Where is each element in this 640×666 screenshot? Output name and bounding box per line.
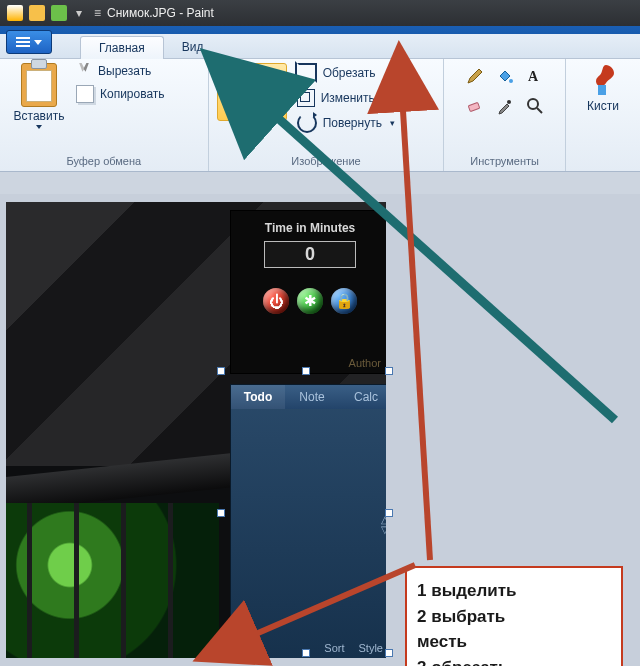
gadget-value: 0 xyxy=(264,241,356,268)
text-tool[interactable]: A xyxy=(522,63,548,89)
crop-icon xyxy=(297,63,317,83)
select-label: Выдели xyxy=(230,102,274,116)
cut-label: Вырезать xyxy=(98,64,151,78)
copy-button[interactable]: Копировать xyxy=(76,85,165,103)
svg-text:A: A xyxy=(528,69,539,84)
select-rect-icon xyxy=(235,68,269,98)
group-clipboard-label: Буфер обмена xyxy=(8,153,200,169)
qat-more-icon[interactable]: ▾ xyxy=(76,6,82,20)
notes-widget: Todo Note Calc △▽ Sort Style xyxy=(230,384,386,658)
qat-icon-1[interactable] xyxy=(29,5,45,21)
svg-point-4 xyxy=(528,99,538,109)
ribbon-tabs: Главная Вид xyxy=(0,34,640,59)
select-button[interactable]: Выдели xyxy=(217,63,287,121)
rotate-icon xyxy=(297,113,317,133)
qat-icon-2[interactable] xyxy=(51,5,67,21)
resize-icon xyxy=(297,89,315,107)
ribbon: Вставить Вырезать Копировать Буфер обмен… xyxy=(0,59,640,172)
brushes-label: Кисти xyxy=(587,99,619,113)
canvas-area[interactable]: Time in Minutes 0 ⏻ ✱ 🔒 Author Todo Note… xyxy=(0,194,640,666)
paste-label: Вставить xyxy=(14,109,65,123)
scissors-icon xyxy=(76,63,92,79)
group-clipboard: Вставить Вырезать Копировать Буфер обмен… xyxy=(0,59,209,171)
annotation-line-4: 3 обрезать xyxy=(417,655,611,667)
cut-button[interactable]: Вырезать xyxy=(76,63,165,79)
group-image-label: Изображение xyxy=(217,153,436,169)
app-icon xyxy=(7,5,23,21)
annotation-box: 1 выделить 2 выбрать месть 3 обрезать xyxy=(405,566,623,666)
fill-tool[interactable] xyxy=(492,63,518,89)
window-titlebar: ▾ ≡ Снимок.JPG - Paint xyxy=(0,0,640,26)
window-title: Снимок.JPG - Paint xyxy=(107,6,214,20)
lock-icon[interactable]: 🔒 xyxy=(331,288,357,314)
star-icon[interactable]: ✱ xyxy=(297,288,323,314)
pencil-tool[interactable] xyxy=(462,63,488,89)
crop-button[interactable]: Обрезать xyxy=(297,63,409,83)
rotate-label: Повернуть xyxy=(323,116,382,130)
widget-style[interactable]: Style xyxy=(359,642,383,654)
tab-view[interactable]: Вид xyxy=(164,36,222,58)
widget-tab-todo[interactable]: Todo xyxy=(231,385,285,409)
brush-icon xyxy=(588,63,618,99)
svg-line-5 xyxy=(537,108,542,113)
eraser-tool[interactable] xyxy=(462,93,488,119)
svg-point-0 xyxy=(509,79,513,83)
copy-icon xyxy=(76,85,94,103)
brushes-button[interactable]: Кисти xyxy=(579,63,627,113)
annotation-line-1: 1 выделить xyxy=(417,578,611,604)
tab-home[interactable]: Главная xyxy=(80,36,164,59)
gadget-title: Time in Minutes xyxy=(231,221,386,235)
group-brushes: Кисти xyxy=(566,59,640,171)
crop-label: Обрезать xyxy=(323,66,376,80)
copy-label: Копировать xyxy=(100,87,165,101)
svg-rect-2 xyxy=(468,102,479,111)
widget-tab-calc[interactable]: Calc xyxy=(339,385,386,409)
group-tools: A Инструменты xyxy=(444,59,566,171)
picker-tool[interactable] xyxy=(492,93,518,119)
widget-sort[interactable]: Sort xyxy=(324,642,344,654)
group-image: Выдели Обрезать Изменить …ер Повернуть ▾ xyxy=(209,59,445,171)
canvas-image[interactable]: Time in Minutes 0 ⏻ ✱ 🔒 Author Todo Note… xyxy=(6,202,386,658)
paste-button[interactable]: Вставить xyxy=(8,63,70,129)
file-menu-button[interactable] xyxy=(6,30,52,54)
group-tools-label: Инструменты xyxy=(452,153,557,169)
gadget-author: Author xyxy=(349,357,381,369)
annotation-line-2: 2 выбрать xyxy=(417,604,611,630)
annotation-line-3: месть xyxy=(417,629,611,655)
power-icon[interactable]: ⏻ xyxy=(263,288,289,314)
zoom-tool[interactable] xyxy=(522,93,548,119)
rotate-button[interactable]: Повернуть ▾ xyxy=(297,113,409,133)
widget-tab-note[interactable]: Note xyxy=(285,385,339,409)
clipboard-icon xyxy=(21,63,57,107)
resize-label: Изменить xyxy=(321,91,375,105)
resize-button[interactable]: Изменить …ер xyxy=(297,89,409,107)
svg-point-3 xyxy=(507,100,511,104)
svg-rect-6 xyxy=(598,85,606,95)
scroll-arrows-icon[interactable]: △▽ xyxy=(381,515,386,535)
timer-gadget: Time in Minutes 0 ⏻ ✱ 🔒 Author xyxy=(230,210,386,374)
